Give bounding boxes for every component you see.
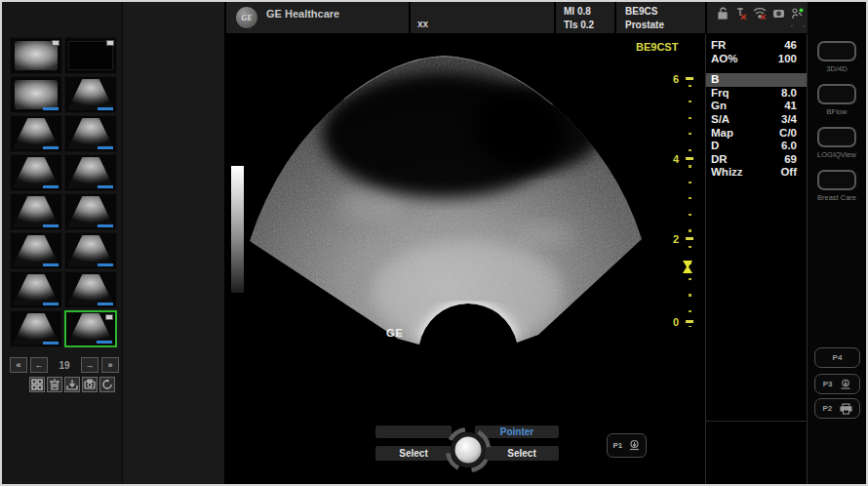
p1-label: P1 bbox=[612, 441, 622, 450]
thumbnail-image bbox=[13, 157, 59, 188]
clip-indicator bbox=[98, 303, 113, 305]
thumbnail[interactable] bbox=[64, 232, 117, 269]
depth-ruler: 6 4 2 0 bbox=[665, 73, 700, 337]
hardkey-bar: 3D/4D BFlow LOGIQView Breast Care P4 P3 … bbox=[808, 2, 866, 484]
thumbnail-grid bbox=[10, 37, 119, 347]
depth-label: 4 bbox=[665, 153, 679, 165]
patient-info-section[interactable]: xx bbox=[409, 2, 554, 33]
param-value: Off bbox=[780, 166, 797, 180]
thumbnail[interactable] bbox=[64, 37, 117, 74]
probe-preset-section[interactable]: BE9CS Prostate bbox=[614, 2, 705, 33]
param-label: Whizz bbox=[711, 166, 743, 180]
unlock-icon bbox=[717, 7, 729, 20]
sidebar-spacer-panel bbox=[122, 2, 224, 484]
mode-row: B bbox=[706, 73, 807, 87]
acoustic-output-section: MI 0.8 TIs 0.2 bbox=[554, 2, 614, 33]
mode-key-breast-care[interactable] bbox=[817, 170, 856, 190]
depth-label: 6 bbox=[665, 73, 679, 85]
p1-button[interactable]: P1 bbox=[607, 433, 647, 458]
param-label: S/A bbox=[711, 113, 730, 127]
refresh-icon bbox=[101, 379, 113, 390]
select-right-softkey[interactable]: Select bbox=[485, 446, 559, 461]
param-row-frq: Frq 8.0 bbox=[706, 87, 807, 101]
thumbnail[interactable] bbox=[10, 37, 62, 74]
thumbnail[interactable] bbox=[64, 271, 117, 308]
mi-value: MI 0.8 bbox=[564, 5, 614, 19]
mode-key-label: LOGIQView bbox=[808, 150, 866, 159]
thumbnail[interactable] bbox=[64, 193, 117, 230]
p3-export-icon bbox=[840, 379, 851, 390]
param-row-d: D 6.0 bbox=[706, 140, 807, 153]
thumbnail[interactable] bbox=[10, 193, 62, 230]
thumbnail-image bbox=[67, 196, 114, 227]
param-label: AO% bbox=[711, 53, 737, 66]
thumbnail-marker-icon bbox=[105, 314, 113, 320]
brand-section: GE GE Healthcare bbox=[224, 2, 409, 33]
prev-page-button[interactable]: ← bbox=[30, 357, 48, 373]
grayscale-bar bbox=[231, 166, 244, 293]
thumbnail[interactable] bbox=[10, 271, 62, 308]
mode-key-label: BFlow bbox=[808, 107, 866, 116]
clip-indicator bbox=[43, 342, 59, 344]
next-page-button[interactable]: → bbox=[81, 357, 99, 373]
thumbnail[interactable] bbox=[64, 154, 117, 191]
clip-indicator bbox=[43, 263, 59, 266]
page-number: 19 bbox=[51, 360, 78, 371]
phone-icon bbox=[772, 7, 785, 20]
p3-button[interactable]: P3 bbox=[814, 374, 860, 394]
param-spacer bbox=[706, 65, 807, 73]
save-button[interactable] bbox=[64, 377, 80, 392]
mode-key-3d4d[interactable] bbox=[817, 41, 856, 61]
depth-minor-ticks bbox=[689, 85, 691, 327]
clip-indicator bbox=[98, 146, 113, 149]
thumbnail-image bbox=[13, 118, 59, 149]
thumbnail[interactable] bbox=[10, 310, 62, 347]
brand-label: GE Healthcare bbox=[266, 8, 339, 20]
param-row-sa: S/A 3/4 bbox=[706, 113, 807, 127]
thumbnail-image bbox=[67, 118, 114, 149]
grid-view-button[interactable] bbox=[29, 377, 45, 392]
thumbnail[interactable] bbox=[64, 115, 117, 152]
thumbnail-selected[interactable] bbox=[64, 310, 117, 347]
mode-key-label: 3D/4D bbox=[808, 64, 866, 73]
camera-button[interactable] bbox=[82, 377, 98, 392]
param-row-gn: Gn 41 bbox=[706, 100, 807, 113]
clip-indicator bbox=[98, 224, 113, 227]
last-page-button[interactable]: » bbox=[101, 357, 119, 373]
p4-button[interactable]: P4 bbox=[814, 347, 860, 368]
thumbnail[interactable] bbox=[64, 76, 117, 113]
clip-indicator bbox=[43, 224, 59, 227]
panel-divider bbox=[706, 421, 807, 422]
mode-key-logiqview[interactable] bbox=[817, 127, 856, 147]
clip-indicator bbox=[98, 107, 113, 110]
param-label: Map bbox=[711, 127, 733, 141]
clip-indicator bbox=[43, 146, 59, 149]
save-icon bbox=[66, 379, 78, 390]
thumbnail[interactable] bbox=[10, 115, 62, 152]
thumbnail-image bbox=[13, 196, 59, 227]
refresh-button[interactable] bbox=[99, 377, 115, 392]
thumbnail-marker-icon bbox=[52, 40, 59, 46]
ultrasound-image bbox=[224, 34, 705, 484]
param-value: 41 bbox=[784, 100, 797, 113]
delete-button[interactable] bbox=[47, 377, 62, 392]
first-page-button[interactable]: « bbox=[10, 357, 27, 373]
mode-key-bflow[interactable] bbox=[817, 84, 856, 104]
preset-badge: BE9CST bbox=[636, 41, 678, 53]
preset-label: Prostate bbox=[625, 19, 705, 32]
clip-indicator bbox=[97, 341, 112, 344]
param-row-ao: AO% 100 bbox=[706, 53, 807, 66]
ge-watermark: GE bbox=[386, 327, 404, 339]
thumbnail[interactable] bbox=[10, 232, 62, 269]
mode-key-label: Breast Care bbox=[808, 193, 866, 202]
delete-icon bbox=[49, 379, 60, 390]
p2-button[interactable]: P2 bbox=[814, 398, 860, 419]
focus-marker-icon bbox=[683, 261, 692, 273]
thumbnail[interactable] bbox=[10, 154, 62, 191]
param-row-fr: FR 46 bbox=[706, 39, 807, 53]
param-label: FR bbox=[711, 39, 726, 53]
param-value: 6.0 bbox=[781, 140, 797, 153]
thumbnail[interactable] bbox=[10, 76, 62, 113]
network-users-icon bbox=[791, 7, 804, 20]
thumbnail-image bbox=[67, 157, 114, 188]
